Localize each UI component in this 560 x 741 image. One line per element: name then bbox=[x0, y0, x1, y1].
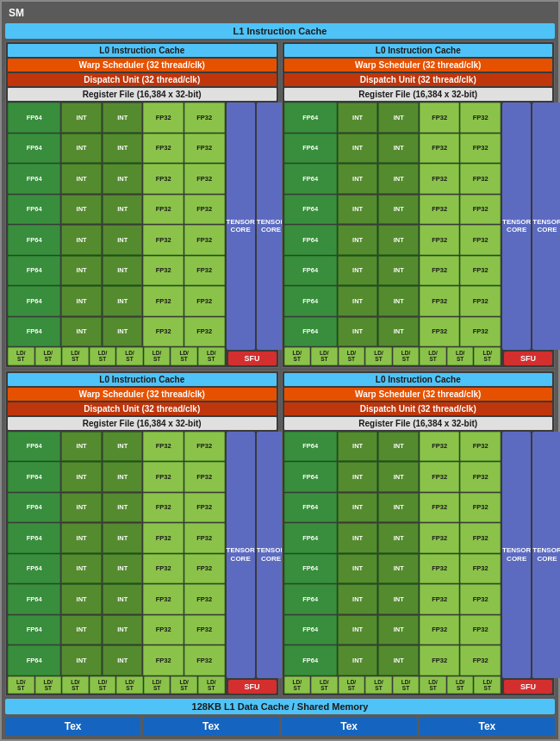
fp32-cell: FP32 bbox=[420, 462, 460, 492]
quadrant-2: L0 Instruction Cache Warp Scheduler (32 … bbox=[282, 41, 556, 368]
int-cell: INT bbox=[61, 103, 102, 133]
int-cell: INT bbox=[103, 195, 143, 225]
int-cell: INT bbox=[338, 554, 378, 584]
fp64-cell: FP64 bbox=[284, 615, 337, 645]
core-row: FP64 INT INT FP32 FP32 bbox=[8, 462, 225, 492]
core-row: FP64 INT INT FP32 FP32 bbox=[8, 195, 225, 225]
fp32-cell: FP32 bbox=[460, 554, 501, 584]
fp32-cell: FP32 bbox=[460, 103, 501, 133]
fp32-cell: FP32 bbox=[460, 645, 501, 676]
tensor-core-3: TENSORCORE bbox=[502, 103, 531, 350]
int-cell: INT bbox=[103, 554, 143, 584]
ld-st-cell: LD/ST bbox=[171, 347, 197, 364]
core-row: FP64 INT INT FP32 FP32 bbox=[8, 225, 225, 255]
fp32-cell: FP32 bbox=[420, 103, 460, 133]
tensor-core-4: TENSORCORE bbox=[532, 103, 560, 350]
fp64-cell: FP64 bbox=[284, 103, 337, 133]
int-cell: INT bbox=[61, 225, 102, 255]
int-cell: INT bbox=[103, 645, 143, 676]
ld-st-cell: LD/ST bbox=[62, 676, 89, 694]
bottom-quadrants-row: L0 Instruction Cache Warp Scheduler (32 … bbox=[5, 370, 555, 697]
core-row: FP64 INT INT FP32 FP32 bbox=[284, 493, 501, 523]
fp64-cell: FP64 bbox=[8, 195, 60, 225]
quadrant-4: L0 Instruction Cache Warp Scheduler (32 … bbox=[282, 370, 556, 697]
fp64-cell: FP64 bbox=[8, 523, 60, 553]
q3-register-file: Register File (16,384 x 32-bit) bbox=[8, 417, 277, 430]
core-row: FP64 INT INT FP32 FP32 bbox=[8, 645, 225, 676]
fp32-cell: FP32 bbox=[184, 615, 225, 645]
ld-st-cell: LD/ST bbox=[90, 676, 116, 694]
int-cell: INT bbox=[103, 523, 143, 553]
fp32-cell: FP32 bbox=[460, 286, 501, 316]
q1-register-file: Register File (16,384 x 32-bit) bbox=[8, 88, 277, 101]
int-cell: INT bbox=[61, 584, 102, 614]
tex-unit-3[interactable]: Tex bbox=[282, 717, 417, 736]
int-cell: INT bbox=[338, 103, 378, 133]
fp64-cell: FP64 bbox=[284, 195, 337, 225]
fp64-cell: FP64 bbox=[8, 584, 60, 614]
ld-st-cell: LD/ST bbox=[284, 676, 311, 694]
fp32-cell: FP32 bbox=[420, 317, 460, 347]
q3-execution-area: FP64 INT INT FP32 FP32 FP64 INT INT FP32… bbox=[8, 432, 277, 694]
int-cell: INT bbox=[61, 432, 102, 462]
fp32-cell: FP32 bbox=[184, 225, 225, 255]
q1-execution-area: FP64 INT INT FP32 FP32 FP64 INT INT FP32… bbox=[8, 103, 277, 365]
ld-st-cell: LD/ST bbox=[8, 347, 34, 364]
q1-right-units: TENSORCORE TENSORCORE SFU bbox=[227, 103, 277, 365]
fp32-cell: FP32 bbox=[460, 134, 501, 164]
int-cell: INT bbox=[61, 195, 102, 225]
q2-register-file: Register File (16,384 x 32-bit) bbox=[284, 88, 553, 101]
fp32-cell: FP32 bbox=[143, 645, 184, 676]
core-row: FP64 INT INT FP32 FP32 bbox=[8, 584, 225, 614]
core-row: FP64 INT INT FP32 FP32 bbox=[8, 134, 225, 164]
int-cell: INT bbox=[103, 225, 143, 255]
tex-unit-4[interactable]: Tex bbox=[420, 717, 555, 736]
int-cell: INT bbox=[338, 462, 378, 492]
int-cell: INT bbox=[378, 286, 419, 316]
tex-unit-1[interactable]: Tex bbox=[5, 717, 140, 736]
int-cell: INT bbox=[103, 103, 143, 133]
fp64-cell: FP64 bbox=[284, 523, 337, 553]
core-row: FP64 INT INT FP32 FP32 bbox=[284, 645, 501, 676]
int-cell: INT bbox=[61, 493, 102, 523]
int-cell: INT bbox=[103, 164, 143, 194]
ld-st-cell: LD/ST bbox=[62, 347, 89, 364]
core-row: FP64 INT INT FP32 FP32 bbox=[284, 317, 501, 347]
q3-dispatch-unit: Dispatch Unit (32 thread/clk) bbox=[8, 402, 277, 415]
fp32-cell: FP32 bbox=[460, 493, 501, 523]
ld-st-cell: LD/ST bbox=[311, 347, 338, 364]
int-cell: INT bbox=[103, 615, 143, 645]
fp32-cell: FP32 bbox=[184, 286, 225, 316]
int-cell: INT bbox=[338, 195, 378, 225]
core-row: FP64 INT INT FP32 FP32 bbox=[8, 493, 225, 523]
sfu-unit-2: SFU bbox=[504, 352, 552, 365]
fp32-cell: FP32 bbox=[420, 554, 460, 584]
fp32-cell: FP32 bbox=[420, 256, 460, 286]
int-cell: INT bbox=[61, 134, 102, 164]
fp32-cell: FP32 bbox=[460, 195, 501, 225]
int-cell: INT bbox=[338, 645, 378, 676]
q4-warp-scheduler: Warp Scheduler (32 thread/clk) bbox=[284, 388, 553, 401]
core-row: FP64 INT INT FP32 FP32 bbox=[8, 256, 225, 286]
int-cell: INT bbox=[61, 615, 102, 645]
ld-st-cell: LD/ST bbox=[90, 347, 116, 364]
fp64-cell: FP64 bbox=[8, 462, 60, 492]
fp64-cell: FP64 bbox=[284, 134, 337, 164]
fp64-cell: FP64 bbox=[8, 164, 60, 194]
ld-st-cell: LD/ST bbox=[339, 676, 365, 694]
tex-unit-2[interactable]: Tex bbox=[143, 717, 278, 736]
fp32-cell: FP32 bbox=[143, 317, 184, 347]
int-cell: INT bbox=[61, 317, 102, 347]
ld-st-cell: LD/ST bbox=[311, 676, 338, 694]
sfu-unit-3: SFU bbox=[228, 680, 277, 694]
int-cell: INT bbox=[338, 615, 378, 645]
fp32-cell: FP32 bbox=[143, 195, 184, 225]
int-cell: INT bbox=[61, 164, 102, 194]
ld-st-cell: LD/ST bbox=[116, 347, 143, 364]
fp32-cell: FP32 bbox=[460, 523, 501, 553]
fp32-cell: FP32 bbox=[184, 256, 225, 286]
core-row: FP64 INT INT FP32 FP32 bbox=[8, 317, 225, 347]
quadrant-3: L0 Instruction Cache Warp Scheduler (32 … bbox=[5, 370, 279, 697]
q4-execution-area: FP64 INT INT FP32 FP32 FP64 INT INT FP32… bbox=[284, 432, 553, 694]
q4-right-units: TENSORCORE TENSORCORE SFU bbox=[502, 432, 552, 694]
